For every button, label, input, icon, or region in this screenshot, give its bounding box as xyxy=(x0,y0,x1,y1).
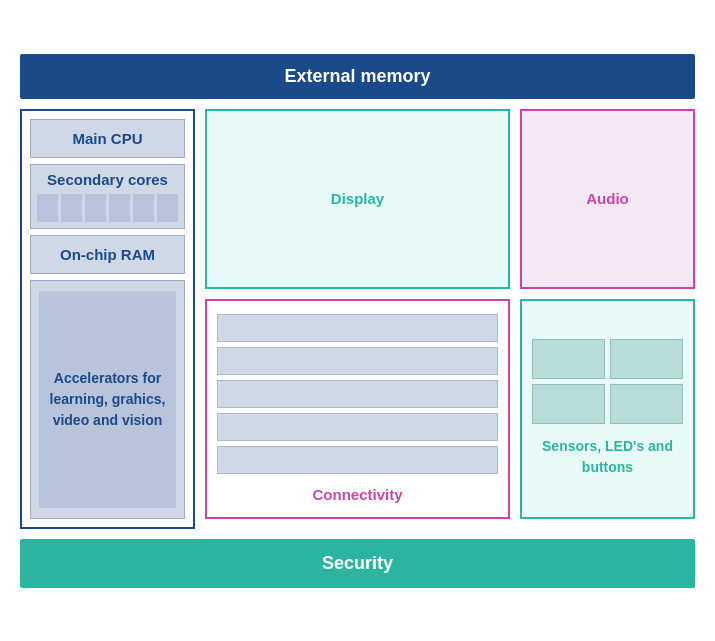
core-cell-5 xyxy=(133,194,154,222)
center-column: Main CPU Secondary cores On-chip RAM xyxy=(20,109,195,529)
accelerators-block: Accelerators for learning, grahics, vide… xyxy=(30,280,185,519)
right-column: Audio Sensors, LED's and buttons xyxy=(520,109,695,519)
secondary-cores-label: Secondary cores xyxy=(37,171,178,188)
connectivity-label: Connectivity xyxy=(312,486,402,503)
connectivity-panel: Connectivity xyxy=(205,299,510,519)
audio-panel: Audio xyxy=(520,109,695,289)
security-bar: Security xyxy=(20,539,695,588)
cores-grid xyxy=(37,194,178,222)
sensor-cell-3 xyxy=(532,384,605,424)
left-column: Display Connectivity xyxy=(205,109,510,519)
display-label: Display xyxy=(331,190,384,207)
sensor-cell-1 xyxy=(532,339,605,379)
core-cell-3 xyxy=(85,194,106,222)
on-chip-ram-block: On-chip RAM xyxy=(30,235,185,274)
conn-row-4 xyxy=(217,413,498,441)
conn-row-5 xyxy=(217,446,498,474)
core-cell-1 xyxy=(37,194,58,222)
conn-row-3 xyxy=(217,380,498,408)
main-cpu-block: Main CPU xyxy=(30,119,185,158)
core-cell-2 xyxy=(61,194,82,222)
on-chip-ram-label: On-chip RAM xyxy=(60,246,155,263)
sensors-label: Sensors, LED's and buttons xyxy=(532,436,683,478)
accelerators-label: Accelerators for learning, grahics, vide… xyxy=(49,368,166,431)
display-panel: Display xyxy=(205,109,510,289)
secondary-cores-block: Secondary cores xyxy=(30,164,185,229)
connectivity-rows xyxy=(217,314,498,474)
main-grid: Display Connectivity Main CPU xyxy=(20,109,695,529)
core-cell-4 xyxy=(109,194,130,222)
core-cell-6 xyxy=(157,194,178,222)
external-memory-bar: External memory xyxy=(20,54,695,99)
sensors-cells xyxy=(532,339,683,424)
sensor-cell-4 xyxy=(610,384,683,424)
accelerators-inner: Accelerators for learning, grahics, vide… xyxy=(39,291,176,508)
audio-label: Audio xyxy=(586,190,629,207)
conn-row-1 xyxy=(217,314,498,342)
conn-row-2 xyxy=(217,347,498,375)
main-cpu-label: Main CPU xyxy=(72,130,142,147)
security-label: Security xyxy=(322,553,393,573)
external-memory-label: External memory xyxy=(284,66,430,86)
sensor-cell-2 xyxy=(610,339,683,379)
diagram-wrapper: External memory Display Connectivity xyxy=(0,38,715,604)
sensors-panel: Sensors, LED's and buttons xyxy=(520,299,695,519)
